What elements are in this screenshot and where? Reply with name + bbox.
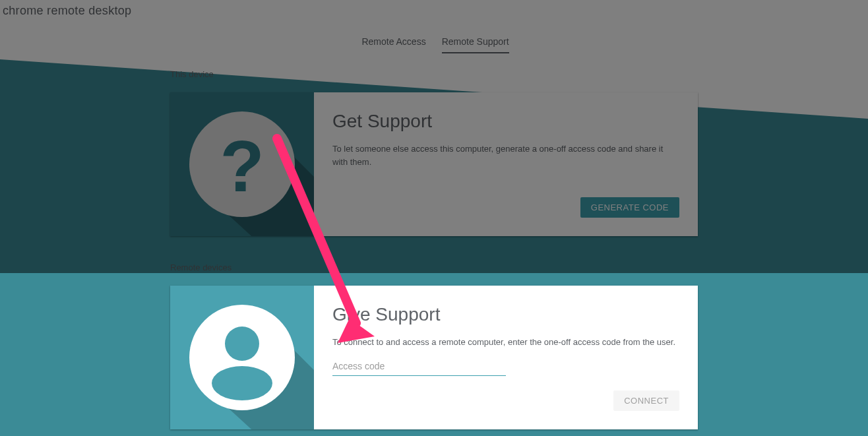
section-label-this-device: This device [170,69,698,79]
access-code-input[interactable] [332,357,506,376]
header: chrome remote desktop Remote Access Remo… [0,0,868,53]
get-support-body: Get Support To let someone else access t… [314,92,698,236]
tabs: Remote Access Remote Support [3,31,868,53]
main-content: This device ? Get Support To let someone… [170,69,698,429]
svg-text:?: ? [220,125,264,206]
connect-button[interactable]: CONNECT [613,390,679,411]
app-brand: chrome remote desktop [3,4,868,18]
person-icon [170,286,314,429]
svg-point-8 [212,366,272,400]
give-support-card: Give Support To connect to and access a … [170,286,698,429]
section-label-remote-devices: Remote devices [170,263,698,272]
get-support-card: ? Get Support To let someone else access… [170,92,698,236]
generate-code-button[interactable]: GENERATE CODE [580,197,679,218]
tab-remote-support[interactable]: Remote Support [442,31,509,53]
get-support-title: Get Support [332,111,679,132]
give-support-desc: To connect to and access a remote comput… [332,336,679,349]
get-support-desc: To let someone else access this computer… [332,142,679,168]
tab-remote-access[interactable]: Remote Access [361,31,425,53]
svg-point-7 [225,327,259,361]
give-support-body: Give Support To connect to and access a … [314,286,698,429]
give-support-title: Give Support [332,304,679,325]
question-icon: ? [170,92,314,236]
